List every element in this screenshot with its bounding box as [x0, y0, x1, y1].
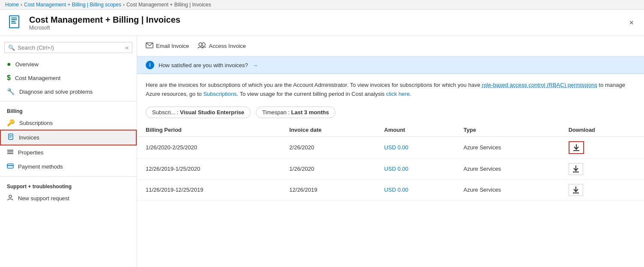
svg-rect-4 [11, 23, 16, 24]
type-cell: Azure Services [455, 158, 560, 179]
subscriptions-icon: 🔑 [7, 119, 15, 127]
content-area: Email Invoice Access Invoice i How satis… [137, 36, 644, 267]
svg-rect-2 [11, 19, 17, 20]
access-invoice-button[interactable]: Access Invoice [198, 40, 246, 52]
cost-management-icon: $ [7, 74, 11, 82]
sidebar-item-label: Subscriptions [19, 120, 53, 126]
svg-rect-10 [7, 151, 13, 152]
billing-period-cell: 11/26/2019-12/25/2019 [137, 179, 281, 200]
subscriptions-link[interactable]: Subscriptions [203, 91, 237, 97]
sidebar-item-label: Cost Management [15, 75, 60, 81]
breadcrumb-billing-scopes[interactable]: Cost Management + Billing | Billing scop… [24, 2, 121, 8]
svg-rect-7 [9, 136, 12, 137]
sidebar-item-new-support-request[interactable]: New support request [0, 191, 137, 205]
sidebar-divider [0, 101, 137, 101]
info-icon: i [146, 61, 154, 69]
description: Here are the invoices for subscriptions … [137, 74, 644, 103]
info-text: How satisfied are you with invoices? [159, 62, 248, 68]
amount-cell[interactable]: USD 0.00 [376, 136, 455, 158]
sidebar-item-properties[interactable]: Properties [0, 145, 137, 160]
filter-row: Subscri... : Visual Studio Enterprise Ti… [137, 103, 644, 123]
breadcrumb: Home › Cost Management + Billing | Billi… [0, 0, 644, 10]
type-cell: Azure Services [455, 179, 560, 200]
subscription-filter-value: Visual Studio Enterprise [180, 109, 244, 116]
billing-period-cell: 12/26/2019-1/25/2020 [137, 158, 281, 179]
sidebar-item-diagnose[interactable]: 🔧 Diagnose and solve problems [0, 85, 137, 98]
support-icon [7, 194, 14, 202]
rbac-link[interactable]: role-based access control (RBAC) permiss… [482, 82, 597, 88]
sidebar-item-invoices[interactable]: Invoices [0, 130, 137, 145]
table-row: 1/26/2020-2/25/2020 2/26/2020 USD 0.00 A… [137, 136, 644, 158]
download-cell[interactable] [560, 158, 644, 179]
download-cell[interactable] [560, 136, 644, 158]
col-type: Type [455, 123, 560, 137]
support-section-label: Support + troubleshooting [0, 179, 137, 191]
page-subtitle: Microsoft [29, 25, 180, 31]
timespan-filter-value: Last 3 months [291, 109, 329, 116]
col-billing-period: Billing Period [137, 123, 281, 137]
sidebar-item-label: Diagnose and solve problems [19, 89, 93, 95]
desc-text-before: Here are the invoices for subscriptions … [146, 82, 482, 88]
email-invoice-label: Email Invoice [156, 43, 189, 49]
download-cell[interactable] [560, 179, 644, 200]
amount-cell[interactable]: USD 0.00 [376, 158, 455, 179]
sidebar-divider-2 [0, 176, 137, 177]
sidebar-item-cost-management[interactable]: $ Cost Management [0, 71, 137, 85]
title-bar: Cost Management + Billing | Invoices Mic… [0, 10, 644, 36]
search-box[interactable]: 🔍 « [4, 42, 132, 53]
svg-rect-6 [9, 135, 12, 136]
invoice-table: Billing Period Invoice date Amount Type … [137, 123, 644, 201]
invoice-date-cell: 12/26/2019 [281, 179, 375, 200]
collapse-button[interactable]: « [125, 44, 129, 51]
invoice-date-cell: 2/26/2020 [281, 136, 375, 158]
svg-rect-1 [11, 18, 17, 18]
search-input[interactable] [18, 44, 123, 51]
sidebar-item-label: Invoices [19, 134, 39, 141]
info-banner: i How satisfied are you with invoices? → [137, 56, 644, 74]
svg-rect-8 [9, 137, 11, 138]
wrench-icon: 🔧 [7, 88, 15, 95]
subscription-filter-label: Subscri... [152, 109, 175, 116]
table-row: 11/26/2019-12/25/2019 12/26/2019 USD 0.0… [137, 179, 644, 200]
svg-rect-13 [7, 165, 13, 166]
amount-cell[interactable]: USD 0.00 [376, 179, 455, 200]
download-button[interactable] [569, 163, 583, 175]
sidebar-item-label: Properties [18, 149, 43, 156]
payment-icon [7, 163, 14, 171]
click-here-link[interactable]: click here [386, 91, 410, 97]
sidebar-item-payment-methods[interactable]: Payment methods [0, 160, 137, 174]
email-icon [146, 42, 153, 50]
invoices-icon [8, 134, 15, 142]
svg-rect-9 [7, 150, 13, 151]
invoice-date-cell: 1/26/2020 [281, 158, 375, 179]
sidebar: 🔍 « ● Overview $ Cost Management 🔧 Diagn… [0, 36, 137, 267]
col-invoice-date: Invoice date [281, 123, 375, 137]
type-cell: Azure Services [455, 136, 560, 158]
sidebar-item-label: Payment methods [18, 163, 63, 170]
sidebar-item-subscriptions[interactable]: 🔑 Subscriptions [0, 116, 137, 130]
subscription-filter[interactable]: Subscri... : Visual Studio Enterprise [146, 107, 251, 118]
access-invoice-label: Access Invoice [209, 43, 246, 49]
sidebar-item-label: Overview [15, 61, 39, 68]
sidebar-item-label: New support request [18, 195, 69, 202]
timespan-filter[interactable]: Timespan : Last 3 months [256, 107, 335, 118]
svg-rect-3 [11, 21, 15, 22]
info-arrow-link[interactable]: → [252, 62, 258, 68]
svg-point-14 [9, 195, 12, 198]
breadcrumb-current: Cost Management + Billing | Invoices [126, 2, 211, 8]
billing-period-cell: 1/26/2020-2/25/2020 [137, 136, 281, 158]
search-icon: 🔍 [8, 44, 15, 51]
close-button[interactable]: × [626, 17, 637, 29]
breadcrumb-home[interactable]: Home [5, 2, 19, 8]
email-invoice-button[interactable]: Email Invoice [146, 41, 189, 51]
timespan-filter-label: Timespan [262, 109, 287, 116]
download-button[interactable] [569, 141, 584, 154]
access-icon [198, 42, 206, 50]
toolbar: Email Invoice Access Invoice [137, 36, 644, 56]
sidebar-item-overview[interactable]: ● Overview [0, 57, 137, 71]
page-title: Cost Management + Billing | Invoices [29, 15, 180, 25]
col-download: Download [560, 123, 644, 137]
billing-section-label: Billing [0, 104, 137, 116]
properties-icon [7, 148, 14, 157]
download-button[interactable] [569, 184, 583, 196]
